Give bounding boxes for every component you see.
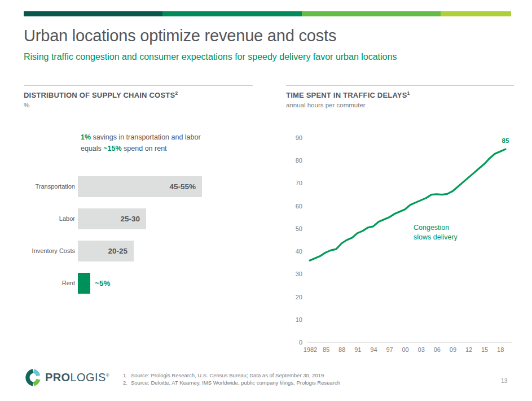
bar-row-transportation: Transportation45-55% bbox=[24, 176, 202, 197]
brand-bar-segment-4 bbox=[441, 11, 511, 16]
y-axis-tick-label: 30 bbox=[296, 271, 302, 277]
annotation-line: 1% savings in transportation and labor bbox=[81, 132, 201, 143]
page-title: Urban locations optimize revenue and cos… bbox=[24, 27, 336, 45]
traffic-delay-line-chart: 0102030405060708090198285889194970003060… bbox=[286, 133, 517, 359]
x-axis-tick-label: 09 bbox=[450, 346, 456, 353]
brand-bar-segment-3 bbox=[302, 11, 441, 16]
y-axis-tick-label: 60 bbox=[296, 203, 302, 210]
brand-bar-segment-1 bbox=[24, 11, 162, 16]
x-axis-tick-label: 12 bbox=[465, 346, 472, 353]
bar-category-label: Transportation bbox=[24, 176, 75, 197]
bar-row-rent: Rent~5% bbox=[24, 273, 110, 294]
x-axis-tick-label: 91 bbox=[354, 346, 361, 353]
right-chart-unit: annual hours per commuter bbox=[286, 102, 366, 108]
bar-category-label: Labor bbox=[24, 208, 75, 229]
congestion-annotation-line: slows delivery bbox=[414, 233, 458, 241]
left-chart-unit: % bbox=[24, 102, 29, 108]
x-axis-tick-label: 88 bbox=[338, 346, 345, 353]
y-axis-tick-label: 50 bbox=[296, 225, 302, 232]
congestion-annotation-line: Congestion bbox=[414, 224, 449, 232]
y-axis-tick-label: 70 bbox=[296, 180, 302, 186]
annotation-line: equals ~15% spend on rent bbox=[81, 143, 201, 154]
x-axis-tick-label: 1982 bbox=[304, 346, 317, 353]
left-chart-title-footnote-marker: 2 bbox=[175, 90, 178, 96]
prologis-logo: PROLOGIS® bbox=[23, 368, 109, 387]
registered-mark: ® bbox=[106, 373, 109, 378]
left-chart-title-text: DISTRIBUTION OF SUPPLY CHAIN COSTS bbox=[24, 91, 175, 99]
page-number: 13 bbox=[501, 377, 508, 384]
brand-bar-segment-2 bbox=[162, 11, 302, 16]
bar: 45-55% bbox=[78, 176, 202, 197]
bar-value-label: 25-30 bbox=[120, 208, 140, 229]
bar-value-label: 20-25 bbox=[108, 241, 127, 261]
bar-row-labor: Labor25-30 bbox=[24, 208, 146, 229]
right-chart-title: TIME SPENT IN TRAFFIC DELAYS1 bbox=[286, 90, 410, 99]
x-axis-tick-label: 18 bbox=[497, 346, 504, 353]
footnote-line: 2.Source: Deloitte, AT Kearney, IMS Worl… bbox=[123, 379, 340, 386]
wordmark-bold: PRO bbox=[45, 371, 71, 383]
right-chart-title-text: TIME SPENT IN TRAFFIC DELAYS bbox=[286, 91, 407, 99]
footnote-line: 1.Source: Prologis Research, U.S. Census… bbox=[123, 372, 340, 379]
y-axis-tick-label: 90 bbox=[296, 134, 302, 141]
y-axis-tick-label: 80 bbox=[296, 157, 302, 164]
page-subtitle: Rising traffic congestion and consumer e… bbox=[24, 52, 397, 62]
bar bbox=[78, 273, 90, 294]
bar-value-label: 45-55% bbox=[169, 176, 196, 197]
y-axis-tick-label: 20 bbox=[296, 294, 302, 300]
x-axis-tick-label: 85 bbox=[323, 346, 329, 353]
bar-category-label: Rent bbox=[24, 273, 75, 294]
x-axis-tick-label: 00 bbox=[402, 346, 408, 353]
x-axis-tick-label: 03 bbox=[418, 346, 425, 353]
y-axis-tick-label: 0 bbox=[299, 339, 302, 346]
left-panel-divider bbox=[24, 85, 253, 86]
source-footnotes: 1.Source: Prologis Research, U.S. Census… bbox=[123, 372, 340, 386]
line-end-value-label: 85 bbox=[502, 137, 509, 144]
left-chart-annotation: 1% savings in transportation and laboreq… bbox=[81, 132, 201, 154]
y-axis-tick-label: 10 bbox=[296, 316, 302, 323]
prologis-wordmark: PROLOGIS® bbox=[45, 371, 109, 384]
slide: Urban locations optimize revenue and cos… bbox=[0, 0, 532, 401]
y-axis-tick-label: 40 bbox=[296, 248, 302, 255]
right-panel-divider bbox=[286, 85, 514, 86]
wordmark-regular: LOGIS bbox=[71, 371, 106, 383]
bar: 25-30 bbox=[78, 208, 146, 229]
bar: 20-25 bbox=[78, 241, 134, 261]
bar-row-inventory-costs: Inventory Costs20-25 bbox=[24, 241, 134, 261]
x-axis-tick-label: 97 bbox=[386, 346, 393, 353]
right-chart-title-footnote-marker: 1 bbox=[407, 90, 410, 96]
supply-chain-bar-chart: Transportation45-55%Labor25-30Inventory … bbox=[24, 176, 261, 306]
prologis-globe-icon bbox=[23, 368, 41, 387]
traffic-delay-series-line bbox=[310, 149, 505, 260]
x-axis-tick-label: 94 bbox=[370, 346, 377, 353]
bar-category-label: Inventory Costs bbox=[24, 241, 75, 261]
x-axis-tick-label: 15 bbox=[481, 346, 488, 353]
left-chart-title: DISTRIBUTION OF SUPPLY CHAIN COSTS2 bbox=[24, 90, 178, 99]
bar-value-label: ~5% bbox=[95, 273, 110, 294]
x-axis-tick-label: 06 bbox=[434, 346, 441, 353]
